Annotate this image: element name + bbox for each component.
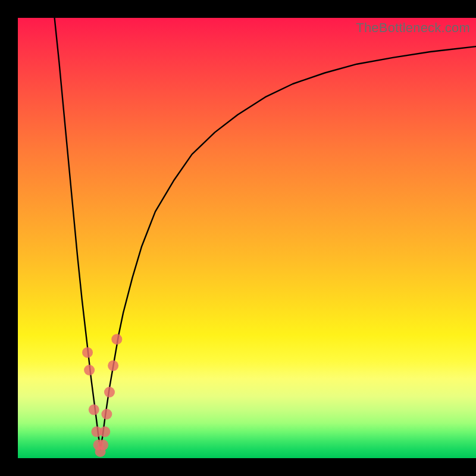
data-dot bbox=[82, 347, 93, 358]
curve-layer bbox=[18, 18, 476, 458]
data-dot bbox=[108, 361, 118, 371]
bottleneck-curve bbox=[55, 18, 476, 449]
data-dot bbox=[98, 440, 108, 450]
curve-left-branch bbox=[55, 18, 101, 449]
curve-right-branch bbox=[101, 46, 476, 449]
plot-area: TheBottleneck.com bbox=[18, 18, 476, 458]
data-dot bbox=[111, 334, 122, 345]
data-dot bbox=[84, 365, 95, 375]
data-dot bbox=[89, 405, 99, 415]
data-dot bbox=[104, 387, 115, 397]
data-dot bbox=[101, 409, 112, 419]
data-dot bbox=[99, 427, 110, 437]
chart-frame: TheBottleneck.com bbox=[0, 0, 476, 476]
